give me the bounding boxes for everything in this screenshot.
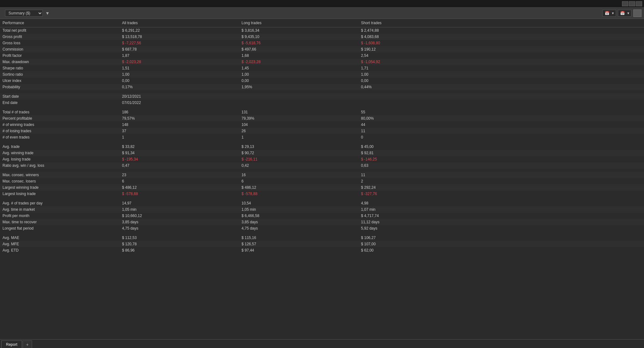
generate-button[interactable] [633,9,641,17]
row-label: Ulcer index [0,78,119,84]
row-long: 104 [239,122,358,128]
row-label: Commission [0,46,119,52]
maximize-button[interactable] [629,1,635,6]
row-all: 3,85 days [119,219,239,225]
row-all: 1,00 [119,71,239,78]
row-all: $ -2,023,28 [119,59,239,65]
row-short: 4,98 [358,200,644,206]
table-body: Total net profit$ 6,291,22$ 3,816,34$ 2,… [0,27,644,254]
row-short: 5,92 days [358,225,644,231]
col-long-trades: Long trades [239,19,358,27]
row-short: $ 107,00 [358,241,644,247]
table-row: Max. drawdown$ -2,023,28$ -2,023,28$ -1,… [0,59,644,65]
row-all: $ 112,53 [119,235,239,241]
tab-report[interactable]: Report [1,340,22,348]
table-row: Avg. losing trade$ -195,34$ -216,11$ -14… [0,156,644,162]
table-row: End date07/01/2022 [0,100,644,106]
col-performance: Performance [0,19,119,27]
row-short: $ -327,76 [358,191,644,197]
table-row: # of even trades110 [0,134,644,140]
table-row: Sharpe ratio1,511,451,71 [0,65,644,71]
table-row: # of losing trades372611 [0,128,644,134]
row-label: Gross loss [0,40,119,46]
row-all: 0,47 [119,162,239,169]
row-all: $ 33,82 [119,144,239,150]
row-long: $ 9,435,10 [239,34,358,40]
end-date-picker[interactable]: 📅 ▾ [618,10,631,17]
row-label: End date [0,100,119,106]
row-long: $ -5,618,76 [239,40,358,46]
row-short: 1,00 [358,71,644,78]
table-row: Start date20/12/2021 [0,93,644,100]
close-button[interactable] [636,1,642,6]
row-short: 55 [358,109,644,115]
table-row: Total # of trades18613155 [0,109,644,115]
row-short: $ 4,083,68 [358,34,644,40]
row-label: Sharpe ratio [0,65,119,71]
row-all: $ 120,78 [119,241,239,247]
row-short: 0 [358,134,644,140]
row-label: # of even trades [0,134,119,140]
row-short [358,100,644,106]
table-row: Avg. trade$ 33,82$ 29,13$ 45,00 [0,144,644,150]
row-all: $ 13,518,78 [119,34,239,40]
row-label: Largest winning trade [0,184,119,191]
tab-add-button[interactable]: + [23,340,32,348]
row-short: 1,07 min [358,206,644,213]
table-row: Largest losing trade$ -578,88$ -578,88$ … [0,191,644,197]
row-short: $ 45,00 [358,144,644,150]
table-row: # of winning trades14810444 [0,122,644,128]
filter-icon[interactable]: ▼ [45,11,50,16]
table-row: Avg. MAE$ 112,53$ 115,16$ 106,27 [0,235,644,241]
row-label: Max. drawdown [0,59,119,65]
row-long: $ 29,13 [239,144,358,150]
row-long [239,93,358,100]
row-short: 0,44% [358,84,644,90]
row-all: 6 [119,178,239,184]
start-date-picker[interactable]: 📅 ▾ [602,10,616,17]
minimize-button[interactable] [622,1,628,6]
row-long: $ -216,11 [239,156,358,162]
row-all: 20/12/2021 [119,93,239,100]
row-label: # of winning trades [0,122,119,128]
row-all: 23 [119,172,239,178]
row-long: 26 [239,128,358,134]
row-long: 4,75 days [239,225,358,231]
row-short: $ -146,25 [358,156,644,162]
row-long: $ 97,44 [239,247,358,253]
row-all: 14,97 [119,200,239,206]
row-all: $ 86,96 [119,247,239,253]
col-all-trades: All trades [119,19,239,27]
row-short: $ 106,27 [358,235,644,241]
table-row: Max. consec. winners231611 [0,172,644,178]
row-long: 0,42 [239,162,358,169]
display-select[interactable]: Summary ($) [5,10,43,17]
row-long: 1,68 [239,52,358,59]
chevron-down-icon: ▾ [612,11,614,15]
row-long: 3,85 days [239,219,358,225]
table-row: Avg. time in market1,05 min1,05 min1,07 … [0,206,644,213]
row-label: Ratio avg. win / avg. loss [0,162,119,169]
row-short: 11 [358,128,644,134]
row-short: $ -1,054,92 [358,59,644,65]
row-long: $ 115,16 [239,235,358,241]
row-long: 1 [239,134,358,140]
row-all: 0,17% [119,84,239,90]
row-label: Max. time to recover [0,219,119,225]
table-row: Avg. # of trades per day14,9710,544,98 [0,200,644,206]
row-label: Avg. losing trade [0,156,119,162]
row-long: $ 486,12 [239,184,358,191]
calendar-icon: 📅 [605,11,609,15]
table-row: Total net profit$ 6,291,22$ 3,816,34$ 2,… [0,27,644,34]
row-long: 79,39% [239,115,358,122]
row-label: # of losing trades [0,128,119,134]
row-label: Max. consec. losers [0,178,119,184]
row-short: 80,00% [358,115,644,122]
table-row: Largest winning trade$ 486,12$ 486,12$ 2… [0,184,644,191]
row-label: Profit per month [0,213,119,219]
row-all: 1 [119,134,239,140]
table-row: Ratio avg. win / avg. loss0,470,420,63 [0,162,644,169]
row-long: 131 [239,109,358,115]
row-all: $ 10,660,12 [119,213,239,219]
row-label: Longest flat period [0,225,119,231]
